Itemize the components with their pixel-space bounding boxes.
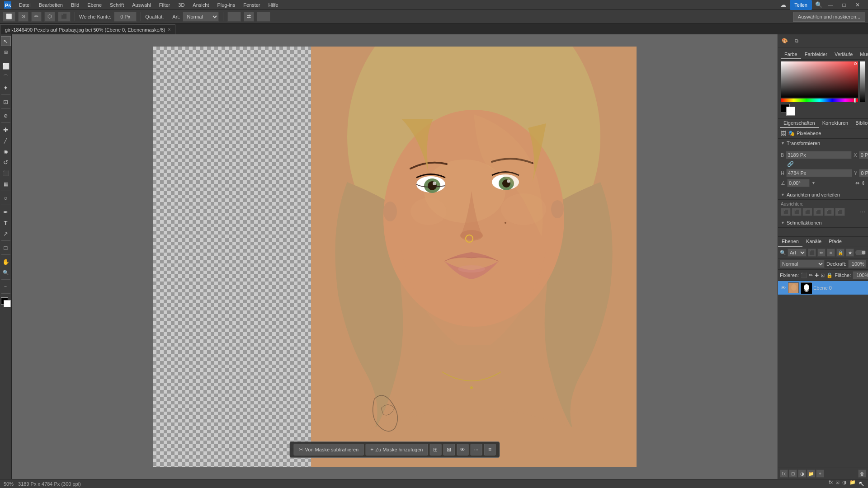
layer-filter-btn-5[interactable]: ★ bbox=[846, 249, 854, 257]
link-icon[interactable]: 🔗 bbox=[787, 161, 794, 167]
eyedropper-tool[interactable]: ⊘ bbox=[1, 111, 11, 121]
swap-icon[interactable]: ⇄ bbox=[244, 12, 254, 22]
align-more-button[interactable]: ··· bbox=[860, 208, 865, 216]
layers-tab[interactable]: Ebenen bbox=[778, 237, 802, 247]
background-color[interactable] bbox=[4, 300, 11, 307]
text-tool[interactable]: T bbox=[1, 218, 11, 228]
y-input[interactable] bbox=[859, 169, 868, 177]
share-button[interactable]: Teilen bbox=[790, 0, 812, 10]
height-input[interactable] bbox=[786, 169, 852, 177]
menu-plugins[interactable]: Plug-ins bbox=[213, 1, 239, 9]
align-left-button[interactable]: ⬛ bbox=[781, 208, 791, 216]
tool-option-pen[interactable]: ✏ bbox=[31, 12, 42, 22]
color-tab[interactable]: Farbe bbox=[781, 50, 801, 59]
angle-input[interactable] bbox=[787, 179, 810, 187]
layer-filter-btn-3[interactable]: ≡ bbox=[827, 249, 835, 257]
angle-chevron[interactable]: ▼ bbox=[811, 181, 816, 185]
menu-bearbeiten[interactable]: Bearbeiten bbox=[35, 1, 66, 9]
opacity-input[interactable] bbox=[227, 12, 241, 22]
mask-options-button[interactable]: ⊠ bbox=[443, 444, 455, 455]
corrections-tab[interactable]: Korrekturen bbox=[819, 119, 852, 128]
zoom-tool[interactable]: 🔍 bbox=[1, 267, 11, 277]
move-tool[interactable]: ↖ bbox=[1, 36, 11, 46]
invert-mask-icon-button[interactable]: ⊞ bbox=[429, 444, 441, 455]
select-mask-button[interactable]: Auswählen und maskieren... bbox=[793, 12, 865, 22]
layer-visibility-toggle[interactable]: 👁 bbox=[780, 285, 786, 291]
patterns-tab[interactable]: Muster bbox=[856, 50, 868, 59]
layer-filter-btn-1[interactable]: ⬛ bbox=[808, 249, 816, 257]
rect-select-tool[interactable]: ⬜ bbox=[1, 61, 11, 71]
menu-ansicht[interactable]: Ansicht bbox=[189, 1, 212, 9]
add-mask-button[interactable]: ⊡ bbox=[789, 469, 797, 478]
menu-3d[interactable]: 3D bbox=[175, 1, 188, 9]
filter-toggle[interactable] bbox=[855, 250, 866, 255]
subtract-from-mask-button[interactable]: ✂ Von Maske subtrahieren bbox=[294, 444, 364, 455]
add-style-button[interactable]: fx bbox=[780, 469, 788, 478]
stamp-tool[interactable]: ◉ bbox=[1, 146, 11, 156]
transform-header[interactable]: ▼ Transformieren bbox=[778, 139, 868, 148]
flip-v-icon[interactable]: ⇕ bbox=[861, 180, 865, 186]
more-options-button[interactable]: ··· bbox=[470, 444, 482, 455]
artboard-tool[interactable]: ⊞ bbox=[1, 47, 11, 57]
paths-tab[interactable]: Pfade bbox=[825, 237, 845, 247]
tool-option-arrow[interactable]: ⬛ bbox=[58, 12, 71, 22]
properties-tab[interactable]: Eigenschaften bbox=[780, 119, 819, 128]
tool-option-circle[interactable]: ⊙ bbox=[18, 12, 28, 22]
add-group-button[interactable]: 📁 bbox=[807, 469, 815, 478]
menu-schrift[interactable]: Schrift bbox=[106, 1, 127, 9]
add-adjustment-button[interactable]: ◑ bbox=[798, 469, 806, 478]
flow-input[interactable] bbox=[257, 12, 270, 22]
lock-all-button[interactable]: 🔒 bbox=[826, 271, 833, 279]
layer-filter-btn-2[interactable]: ✏ bbox=[817, 249, 826, 257]
layer-filter-select[interactable]: Art bbox=[788, 249, 807, 257]
menu-datei[interactable]: Datei bbox=[15, 1, 34, 9]
status-icon-2[interactable]: ⊡ bbox=[835, 479, 840, 488]
color-saturation-picker[interactable] bbox=[781, 61, 858, 98]
width-input[interactable] bbox=[786, 151, 852, 159]
pen-tool[interactable]: ✒ bbox=[1, 207, 11, 217]
align-center-v-button[interactable]: ⬛ bbox=[824, 208, 834, 216]
quick-actions-header[interactable]: ▼ Schnellaktionen bbox=[778, 218, 868, 228]
lock-position-button[interactable]: ✚ bbox=[815, 271, 819, 279]
history-brush-tool[interactable]: ↺ bbox=[1, 157, 11, 167]
swatches-tab[interactable]: Farbfelder bbox=[801, 50, 831, 59]
mode-select[interactable]: Normal bbox=[183, 12, 219, 22]
blend-mode-select[interactable]: Normal bbox=[780, 260, 825, 268]
tool-option-rect[interactable]: ⬜ bbox=[3, 12, 15, 22]
status-icon-4[interactable]: 📁 bbox=[849, 479, 856, 488]
hand-tool[interactable]: ✋ bbox=[1, 257, 11, 267]
color-brightness-slider[interactable] bbox=[860, 61, 865, 102]
menu-auswahl[interactable]: Auswahl bbox=[128, 1, 155, 9]
lasso-tool[interactable]: ⌒ bbox=[1, 72, 11, 82]
soft-edge-input[interactable] bbox=[114, 12, 137, 22]
panel-icon-2[interactable]: ⧉ bbox=[792, 36, 802, 46]
extra-tools-button[interactable]: ··· bbox=[1, 282, 11, 291]
align-center-h-button[interactable]: ⬛ bbox=[792, 208, 802, 216]
status-icon-1[interactable]: fx bbox=[829, 479, 833, 488]
align-bottom-button[interactable]: ⬛ bbox=[835, 208, 845, 216]
close-button[interactable]: ✕ bbox=[851, 0, 864, 10]
maximize-button[interactable]: □ bbox=[837, 0, 851, 10]
flip-h-icon[interactable]: ⇔ bbox=[855, 180, 859, 186]
menu-ebene[interactable]: Ebene bbox=[84, 1, 105, 9]
channels-tab[interactable]: Kanäle bbox=[802, 237, 825, 247]
path-select-tool[interactable]: ↗ bbox=[1, 229, 11, 239]
delete-layer-button[interactable]: 🗑 bbox=[858, 469, 866, 478]
libraries-tab[interactable]: Bibliotheken bbox=[852, 119, 868, 128]
brush-tool[interactable]: ╱ bbox=[1, 136, 11, 145]
settings-button[interactable]: ≡ bbox=[484, 444, 495, 455]
crop-tool[interactable]: ⊡ bbox=[1, 97, 11, 107]
quick-select-tool[interactable]: ✦ bbox=[1, 83, 11, 93]
eraser-tool[interactable]: ⬛ bbox=[1, 168, 11, 178]
view-mode-button[interactable]: 👁 bbox=[457, 444, 468, 455]
layer-filter-btn-4[interactable]: 🔒 bbox=[836, 249, 844, 257]
menu-bild[interactable]: Bild bbox=[67, 1, 83, 9]
background-swatch[interactable] bbox=[786, 107, 795, 116]
heal-tool[interactable]: ✚ bbox=[1, 125, 11, 135]
minimize-button[interactable]: — bbox=[824, 0, 837, 10]
lock-transparency-button[interactable]: ⬛ bbox=[801, 271, 807, 279]
align-header[interactable]: ▼ Ausrichten und verteilen bbox=[778, 190, 868, 200]
document-tab[interactable]: girl-1846490 Pexels auf Pixabay.jpg bei … bbox=[0, 24, 175, 34]
layer-item-0[interactable]: 👁 Ebene 0 bbox=[778, 281, 868, 295]
tool-option-magic[interactable]: ⬡ bbox=[44, 12, 55, 22]
